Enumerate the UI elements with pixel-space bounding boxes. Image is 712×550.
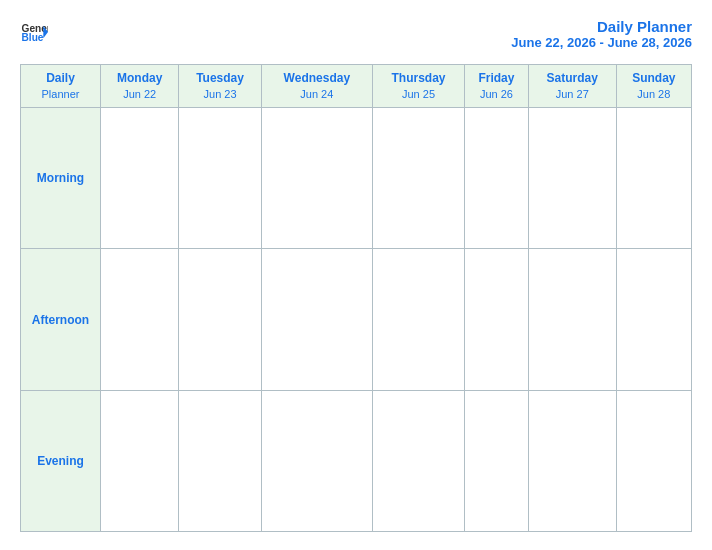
morning-saturday[interactable] — [528, 108, 616, 249]
afternoon-wednesday[interactable] — [261, 249, 372, 390]
morning-label: Morning — [21, 108, 101, 249]
header-sunday: Sunday Jun 28 — [616, 65, 691, 108]
morning-thursday[interactable] — [373, 108, 465, 249]
morning-friday[interactable] — [464, 108, 528, 249]
header-daily-planner: Daily Planner — [21, 65, 101, 108]
calendar-table: Daily Planner Monday Jun 22 Tuesday Jun … — [20, 64, 692, 532]
evening-thursday[interactable] — [373, 390, 465, 531]
page-title: Daily Planner — [511, 18, 692, 35]
morning-monday[interactable] — [101, 108, 179, 249]
evening-monday[interactable] — [101, 390, 179, 531]
svg-text:Blue: Blue — [22, 32, 44, 43]
evening-tuesday[interactable] — [179, 390, 261, 531]
table-row: Morning — [21, 108, 692, 249]
date-range: June 22, 2026 - June 28, 2026 — [511, 35, 692, 50]
evening-wednesday[interactable] — [261, 390, 372, 531]
header-wednesday: Wednesday Jun 24 — [261, 65, 372, 108]
afternoon-label: Afternoon — [21, 249, 101, 390]
logo-icon: General Blue — [20, 18, 48, 46]
afternoon-thursday[interactable] — [373, 249, 465, 390]
afternoon-monday[interactable] — [101, 249, 179, 390]
header-saturday: Saturday Jun 27 — [528, 65, 616, 108]
evening-sunday[interactable] — [616, 390, 691, 531]
header-tuesday: Tuesday Jun 23 — [179, 65, 261, 108]
morning-sunday[interactable] — [616, 108, 691, 249]
page: General Blue Daily Planner June 22, 2026… — [0, 0, 712, 550]
title-block: Daily Planner June 22, 2026 - June 28, 2… — [511, 18, 692, 50]
afternoon-sunday[interactable] — [616, 249, 691, 390]
table-row: Evening — [21, 390, 692, 531]
afternoon-tuesday[interactable] — [179, 249, 261, 390]
morning-tuesday[interactable] — [179, 108, 261, 249]
afternoon-friday[interactable] — [464, 249, 528, 390]
evening-saturday[interactable] — [528, 390, 616, 531]
evening-label: Evening — [21, 390, 101, 531]
table-header-row: Daily Planner Monday Jun 22 Tuesday Jun … — [21, 65, 692, 108]
header-friday: Friday Jun 26 — [464, 65, 528, 108]
table-row: Afternoon — [21, 249, 692, 390]
evening-friday[interactable] — [464, 390, 528, 531]
header-thursday: Thursday Jun 25 — [373, 65, 465, 108]
afternoon-saturday[interactable] — [528, 249, 616, 390]
header: General Blue Daily Planner June 22, 2026… — [20, 18, 692, 50]
header-monday: Monday Jun 22 — [101, 65, 179, 108]
morning-wednesday[interactable] — [261, 108, 372, 249]
logo: General Blue — [20, 18, 48, 46]
